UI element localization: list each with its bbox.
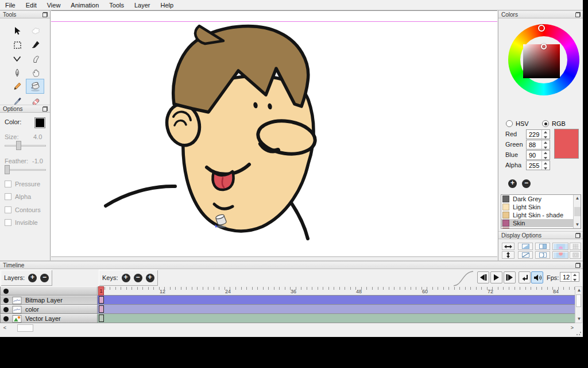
- timeline-scroll-up-icon[interactable]: ▲: [575, 287, 583, 294]
- menu-layer[interactable]: Layer: [129, 0, 156, 10]
- size-slider[interactable]: [5, 141, 46, 150]
- colors-panel-float-icon[interactable]: [575, 12, 581, 17]
- vector-visibility-dot-icon[interactable]: [3, 316, 9, 321]
- fps-spinbox[interactable]: [560, 272, 579, 282]
- remove-layer-button[interactable]: −: [40, 274, 49, 282]
- pressure-checkbox-row[interactable]: Pressure: [5, 180, 40, 187]
- green-spin-arrows[interactable]: [541, 140, 549, 149]
- feather-slider[interactable]: [5, 165, 46, 174]
- timeline-scroll-right-icon[interactable]: >: [568, 324, 576, 332]
- clear-tool-button[interactable]: [28, 24, 44, 38]
- timeline-vscroll-thumb[interactable]: [576, 294, 581, 307]
- drawing-canvas[interactable]: [51, 10, 497, 257]
- camera-layer-header[interactable]: [0, 286, 98, 296]
- timeline-hscroll-thumb[interactable]: [17, 324, 33, 332]
- add-layer-button[interactable]: +: [28, 274, 37, 282]
- sv-selector[interactable]: [541, 44, 547, 49]
- timeline-scroll-down-icon[interactable]: ▼: [575, 316, 583, 323]
- palette-scroll-down-icon[interactable]: ▼: [574, 221, 581, 228]
- timeline-ruler[interactable]: 1 12 24 36 48 60 72 84: [98, 286, 575, 296]
- add-key-button[interactable]: +: [122, 274, 130, 282]
- red-spinbox[interactable]: [526, 129, 550, 139]
- hue-ring-selector[interactable]: [538, 25, 545, 32]
- add-color-button[interactable]: +: [508, 179, 517, 188]
- bucket-tool-button[interactable]: [26, 79, 44, 94]
- alpha-spin-arrows[interactable]: [541, 161, 549, 170]
- tools-panel-float-icon[interactable]: [42, 12, 48, 17]
- timeline-horizontal-scrollbar[interactable]: < >: [0, 324, 577, 332]
- track-color[interactable]: [98, 305, 575, 314]
- invisible-checkbox[interactable]: [5, 219, 11, 226]
- timeline-float-icon[interactable]: [575, 263, 581, 268]
- green-spinbox[interactable]: [526, 140, 550, 150]
- bitmap-visibility-dot-icon[interactable]: [3, 298, 9, 303]
- pencil-tool-button[interactable]: [9, 79, 25, 93]
- next-frame-button[interactable]: [504, 271, 516, 283]
- keyframe-vector[interactable]: [99, 315, 104, 322]
- menu-view[interactable]: View: [42, 0, 66, 10]
- palette-item-dark-grey[interactable]: Dark Grey: [501, 195, 581, 203]
- layer-header-color[interactable]: color: [0, 305, 98, 314]
- menu-help[interactable]: Help: [156, 0, 179, 10]
- grid-a-button[interactable]: [570, 243, 581, 250]
- current-frame-marker[interactable]: 1: [98, 286, 104, 296]
- menu-animation[interactable]: Animation: [65, 0, 104, 10]
- size-slider-thumb[interactable]: [16, 141, 21, 150]
- smudge-tool-button[interactable]: [28, 52, 44, 66]
- stroke-color-swatch[interactable]: [34, 117, 45, 128]
- brush-tool-button[interactable]: [28, 38, 44, 52]
- onion-next-button[interactable]: [535, 243, 550, 250]
- menu-edit[interactable]: Edit: [21, 0, 42, 10]
- mirror-horizontal-button[interactable]: [502, 243, 514, 250]
- onion-blue-button[interactable]: [552, 243, 568, 250]
- fps-input[interactable]: [560, 273, 571, 281]
- onion-next-alt-button[interactable]: [535, 251, 550, 259]
- move-tool-button[interactable]: [9, 24, 25, 38]
- rgb-radio-row[interactable]: RGB: [542, 120, 566, 127]
- layer-header-vector[interactable]: Vector Layer: [0, 314, 98, 323]
- polyline-tool-button[interactable]: [9, 52, 25, 66]
- sound-button[interactable]: [531, 271, 543, 283]
- keyframe-color[interactable]: [99, 305, 104, 313]
- timeline-vertical-scrollbar[interactable]: ▲ ▼: [575, 286, 582, 323]
- layer-header-bitmap[interactable]: Bitmap Layer: [0, 296, 98, 305]
- hsv-radio-row[interactable]: HSV: [506, 120, 529, 127]
- menu-file[interactable]: File: [0, 0, 21, 10]
- hsv-radio[interactable]: [506, 120, 513, 127]
- palette-scroll-thumb[interactable]: [574, 207, 581, 216]
- select-tool-button[interactable]: [9, 38, 25, 52]
- palette-item-partial[interactable]: [501, 227, 581, 229]
- feather-slider-thumb[interactable]: [5, 165, 10, 174]
- alpha-value-input[interactable]: [527, 161, 541, 170]
- onion-prev-button[interactable]: [518, 243, 533, 250]
- timeline-scroll-left-icon[interactable]: <: [1, 324, 9, 332]
- invisible-checkbox-row[interactable]: Invisible: [5, 218, 38, 226]
- track-vector[interactable]: [98, 314, 575, 323]
- options-panel-float-icon[interactable]: [42, 106, 48, 112]
- mirror-vertical-button[interactable]: [502, 251, 514, 259]
- window-resize-grip[interactable]: [576, 330, 582, 336]
- alpha-checkbox[interactable]: [5, 193, 11, 200]
- blue-value-input[interactable]: [527, 151, 541, 159]
- keyframe-bitmap[interactable]: [99, 296, 104, 304]
- hand-tool-button[interactable]: [28, 66, 44, 79]
- remove-key-button[interactable]: −: [134, 274, 142, 282]
- loop-button[interactable]: [519, 271, 531, 283]
- pressure-checkbox[interactable]: [5, 181, 11, 187]
- remove-color-button[interactable]: −: [522, 179, 531, 188]
- onion-prev-alt-button[interactable]: [518, 251, 533, 259]
- play-button[interactable]: [490, 271, 502, 283]
- duplicate-key-button[interactable]: +: [146, 274, 154, 282]
- rgb-radio[interactable]: [542, 120, 549, 127]
- contours-checkbox-row[interactable]: Contours: [5, 206, 41, 213]
- red-spin-arrows[interactable]: [541, 130, 549, 139]
- blue-spin-arrows[interactable]: [541, 151, 549, 159]
- alpha-checkbox-row[interactable]: Alpha: [5, 193, 31, 200]
- palette-item-light-skin-shade[interactable]: Light Skin - shade: [501, 211, 581, 219]
- alpha-spinbox[interactable]: [526, 160, 550, 170]
- red-value-input[interactable]: [527, 130, 541, 139]
- palette-scrollbar[interactable]: ▲ ▼: [573, 195, 581, 228]
- onion-red-button[interactable]: [552, 251, 568, 259]
- contours-checkbox[interactable]: [5, 206, 11, 213]
- previous-frame-button[interactable]: [477, 271, 489, 283]
